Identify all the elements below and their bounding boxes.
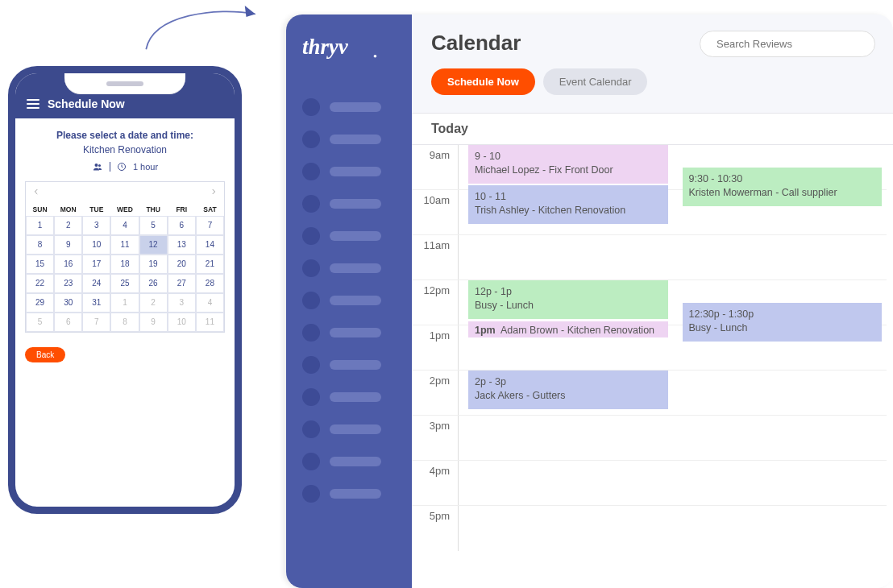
phone-header-title: Schedule Now <box>48 97 125 110</box>
event-block[interactable]: 12p - 1p Busy - Lunch <box>468 280 668 319</box>
cal-date-cell[interactable]: 24 <box>82 274 110 293</box>
sidebar-item[interactable] <box>302 227 412 245</box>
cal-date-cell[interactable]: 7 <box>82 313 110 332</box>
cal-date-cell[interactable]: 10 <box>82 235 110 255</box>
schedule-now-button[interactable]: Schedule Now <box>431 68 535 95</box>
sidebar-item[interactable] <box>302 259 412 277</box>
cal-date-cell[interactable]: 18 <box>110 255 139 274</box>
cal-date-cell[interactable]: 4 <box>110 216 139 235</box>
sidebar-item[interactable] <box>302 356 412 374</box>
cal-date-cell[interactable]: 20 <box>168 255 196 274</box>
sidebar-item-label <box>330 328 381 337</box>
sidebar-item[interactable] <box>302 324 412 342</box>
route-arrow-icon <box>137 0 282 56</box>
cal-date-cell[interactable]: 11 <box>196 313 224 332</box>
cal-date-cell[interactable]: 9 <box>139 313 168 332</box>
sidebar-item-label <box>330 457 381 466</box>
cal-date-cell[interactable]: 15 <box>26 255 54 274</box>
cal-date-cell[interactable]: 5 <box>139 216 168 235</box>
cal-date-cell[interactable]: 6 <box>168 216 196 235</box>
cal-date-cell[interactable]: 3 <box>82 216 110 235</box>
cal-date-cell[interactable]: 7 <box>196 216 224 235</box>
cal-date-cell[interactable]: 12 <box>139 235 168 255</box>
cal-date-cell[interactable]: 21 <box>196 255 224 274</box>
sidebar-item-icon <box>302 130 320 148</box>
search-input[interactable] <box>700 31 875 57</box>
cal-date-cell[interactable]: 8 <box>110 313 139 332</box>
phone-notch <box>64 73 185 94</box>
sidebar-item-label <box>330 296 381 305</box>
next-month-button[interactable] <box>210 187 218 198</box>
cal-date-cell[interactable]: 9 <box>54 235 82 255</box>
cal-date-cell[interactable]: 2 <box>54 216 82 235</box>
back-button[interactable]: Back <box>25 347 65 362</box>
hour-label: 11am <box>412 235 459 280</box>
cal-date-cell[interactable]: 22 <box>26 274 54 293</box>
sidebar-item-icon <box>302 388 320 406</box>
cal-date-cell[interactable]: 26 <box>139 274 168 293</box>
cal-date-cell[interactable]: 28 <box>196 274 224 293</box>
cal-date-cell[interactable]: 13 <box>168 235 196 255</box>
event-block[interactable]: 10 - 11 Trish Ashley - Kitchen Renovatio… <box>468 185 668 224</box>
hour-label: 12pm <box>412 280 459 325</box>
prompt-service-name: Kitchen Renovation <box>25 144 225 155</box>
cal-date-cell[interactable]: 2 <box>139 293 168 313</box>
schedule-grid: 9am 9 - 10 Michael Lopez - Fix Front Doo… <box>412 145 893 588</box>
menu-icon[interactable] <box>27 99 39 109</box>
cal-head-row: SUNMONTUEWEDTHUFRISAT <box>26 203 224 216</box>
cal-day-head: WED <box>110 203 139 216</box>
sidebar-item-icon <box>302 420 320 438</box>
sidebar-item[interactable] <box>302 292 412 309</box>
cal-date-cell[interactable]: 8 <box>26 235 54 255</box>
cal-date-cell[interactable]: 19 <box>139 255 168 274</box>
booking-meta: 1 hour <box>25 162 225 172</box>
event-block[interactable]: 1pm Adam Brown - Kitchen Renovation <box>468 321 668 337</box>
cal-date-cell[interactable]: 14 <box>196 235 224 255</box>
sidebar-item[interactable] <box>302 453 412 470</box>
cal-day-head: TUE <box>82 203 110 216</box>
event-calendar-button[interactable]: Event Calendar <box>543 68 648 95</box>
sidebar-item-icon <box>302 195 320 213</box>
sidebar-item-label <box>330 360 381 370</box>
sidebar-item-icon <box>302 98 320 116</box>
cal-date-cell[interactable]: 1 <box>26 216 54 235</box>
prev-month-button[interactable] <box>32 187 40 198</box>
cal-date-cell[interactable]: 6 <box>54 313 82 332</box>
sidebar-item-label <box>330 392 381 402</box>
sidebar-item[interactable] <box>302 485 412 503</box>
hour-label: 1pm <box>412 325 459 370</box>
svg-text:thryv: thryv <box>302 35 349 59</box>
sidebar-item[interactable] <box>302 163 412 180</box>
cal-date-cell[interactable]: 10 <box>168 313 196 332</box>
cal-date-cell[interactable]: 23 <box>54 274 82 293</box>
hour-label: 10am <box>412 190 459 234</box>
cal-date-cell[interactable]: 25 <box>110 274 139 293</box>
hour-label: 2pm <box>412 371 459 415</box>
hour-label: 5pm <box>412 506 459 551</box>
cal-date-cell[interactable]: 4 <box>196 293 224 313</box>
cal-date-cell[interactable]: 16 <box>54 255 82 274</box>
sidebar-item[interactable] <box>302 388 412 406</box>
cal-date-cell[interactable]: 17 <box>82 255 110 274</box>
sidebar-item[interactable] <box>302 98 412 116</box>
sidebar-item[interactable] <box>302 420 412 438</box>
cal-date-cell[interactable]: 3 <box>168 293 196 313</box>
sidebar-item-icon <box>302 453 320 470</box>
cal-date-cell[interactable]: 27 <box>168 274 196 293</box>
cal-day-head: SAT <box>196 203 224 216</box>
cal-date-cell[interactable]: 5 <box>26 313 54 332</box>
cal-date-cell[interactable]: 31 <box>82 293 110 313</box>
sidebar-item-label <box>330 489 381 499</box>
sidebar-item[interactable] <box>302 130 412 148</box>
sidebar-item-label <box>330 199 381 209</box>
event-block[interactable]: 2p - 3p Jack Akers - Gutters <box>468 371 668 409</box>
cal-date-cell[interactable]: 29 <box>26 293 54 313</box>
sidebar-item-icon <box>302 259 320 277</box>
sidebar-item[interactable] <box>302 195 412 213</box>
cal-date-cell[interactable]: 30 <box>54 293 82 313</box>
cal-date-cell[interactable]: 1 <box>110 293 139 313</box>
sidebar-item-icon <box>302 356 320 374</box>
cal-body: 1234567891011121314151617181920212223242… <box>26 216 224 332</box>
event-block[interactable]: 9 - 10 Michael Lopez - Fix Front Door <box>468 145 668 184</box>
cal-date-cell[interactable]: 11 <box>110 235 139 255</box>
